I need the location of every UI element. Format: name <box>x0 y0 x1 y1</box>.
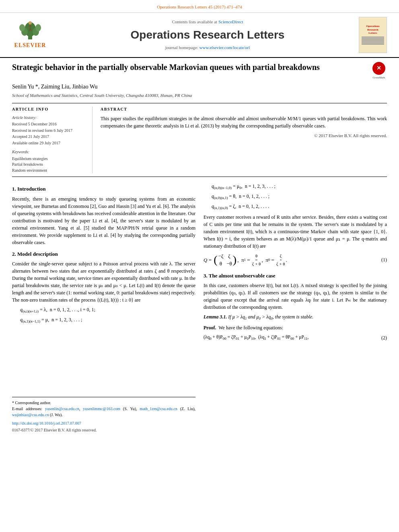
science-direct-link[interactable]: ScienceDirect <box>218 19 243 24</box>
proof-title: Proof. <box>204 325 217 331</box>
email-label: E-mail addresses: <box>12 407 42 411</box>
eq-q5: q(n,1)(n,0) = ζ, n = 0, 1, 2, . . . . <box>212 203 387 211</box>
authors: Senlin Yu *, Zaiming Liu, Jinbiao Wu <box>12 83 387 91</box>
eq-q2: q(n,1)(n−1,1) = μ, n = 1, 2, 3, . . . ; <box>20 316 195 325</box>
date-accepted: Accepted 21 July 2017 <box>12 134 86 140</box>
journal-ref-link[interactable]: Operations Research Letters 45 (2017) 47… <box>157 4 242 9</box>
divider-2 <box>12 177 387 177</box>
lemma-content: If μ > λq1 and μ0 > λq0, the system is s… <box>228 314 313 320</box>
section2-para1: Consider the single-server queue subject… <box>12 260 195 304</box>
date-received: Received 5 December 2016 <box>12 121 86 127</box>
section2-title: 2. Model description <box>12 250 195 258</box>
header-area: ELSEVIER Contents lists available at Sci… <box>0 13 399 58</box>
article-content: Strategic behavior in the partially obse… <box>0 58 399 437</box>
contents-line: Contents lists available at ScienceDirec… <box>56 19 359 25</box>
journal-cover-title: OperationsResearchLetters <box>366 25 379 35</box>
eq-q3: q(n,0)(n−1,0) = μ0, n = 1, 2, 3, . . . ; <box>212 183 387 191</box>
proof-intro: Proof. We have the following equations: <box>204 324 387 331</box>
col-left: 1. Introduction Recently, there is an em… <box>12 181 195 433</box>
article-dates: Received 5 December 2016 Received in rev… <box>12 121 86 146</box>
article-info: ARTICLE INFO Article history: Received 5… <box>12 107 93 173</box>
article-title: Strategic behavior in the partially obse… <box>12 62 367 72</box>
journal-title: Operations Research Letters <box>56 27 359 43</box>
doi-link[interactable]: http://dx.doi.org/10.1016/j.orl.2017.07.… <box>12 421 81 425</box>
article-body: 1. Introduction Recently, there is an em… <box>12 181 387 433</box>
keyword-3: Random environment <box>12 168 86 174</box>
keywords-label: Keywords: <box>12 149 86 155</box>
svg-point-6 <box>29 21 32 25</box>
journal-cover: OperationsResearchLetters <box>359 17 387 53</box>
page: Operations Research Letters 45 (2017) 47… <box>0 0 399 532</box>
info-abstract: ARTICLE INFO Article history: Received 5… <box>12 107 387 173</box>
email-link-2[interactable]: yusenlimmc@163.com <box>83 407 120 411</box>
keyword-1: Equilibrium strategies <box>12 156 86 162</box>
right-para1: Every customer receives a reward of R un… <box>204 214 387 250</box>
top-bar: Operations Research Letters 45 (2017) 47… <box>0 0 399 13</box>
email-note: E-mail addresses: yusenlin@csu.edu.cn, y… <box>12 406 195 418</box>
eq2-content: (λq0 + θ)P00 = ζP01 + μ0P10, (λq1 + ζ)P0… <box>204 334 309 342</box>
col-right: q(n,0)(n−1,0) = μ0, n = 1, 2, 3, . . . ;… <box>204 181 387 433</box>
issn-line: 0167-6377/© 2017 Elsevier B.V. All right… <box>12 427 195 433</box>
homepage-link[interactable]: www.elsevier.com/locate/orl <box>200 45 250 50</box>
email-link-4[interactable]: wujinbiao@csu.edu.cn <box>12 413 49 417</box>
eq1-content: Q = ( −ζ ζ θ −θ ) , π1 = θ <box>204 252 287 268</box>
article-info-title: ARTICLE INFO <box>12 107 86 113</box>
article-header: Strategic behavior in the partially obse… <box>12 62 387 80</box>
crossmark-label: CrossMark <box>372 76 385 80</box>
affiliation: School of Mathematics and Statistics, Ce… <box>12 92 387 99</box>
date-online: Available online 29 July 2017 <box>12 140 86 146</box>
abstract-text: This paper studies the equilibrium strat… <box>101 115 387 129</box>
abstract-section: ABSTRACT This paper studies the equilibr… <box>101 107 387 173</box>
svg-point-5 <box>35 24 41 31</box>
crossmark-icon: ✕ <box>372 62 385 75</box>
right-bracket: ) <box>233 254 237 265</box>
email-link-3[interactable]: math_1zm@csu.edu.cn <box>140 407 177 411</box>
left-bracket: ( <box>214 254 217 265</box>
matrix-inner: −ζ ζ θ −θ <box>218 252 232 268</box>
abstract-title: ABSTRACT <box>101 107 387 113</box>
eq2-number: (2) <box>381 334 387 341</box>
keyword-2: Partial breakdowns <box>12 162 86 168</box>
divider-1 <box>12 103 387 103</box>
frac-pi0: ζ ζ + θ <box>276 253 285 267</box>
corresponding-author-note: * Corresponding author. <box>12 400 195 406</box>
copyright: © 2017 Elsevier B.V. All rights reserved… <box>101 133 387 139</box>
lemma-text: Lemma 3.1. If μ > λq1 and μ0 > λq0, the … <box>204 313 387 322</box>
eq-q4: q(n,0)(n,1) = θ, n = 0, 1, 2, . . . ; <box>212 193 387 201</box>
section3-title: 3. The almost unobservable case <box>204 272 387 280</box>
frac-pi1: θ ζ + θ <box>252 253 261 267</box>
lemma-title: Lemma 3.1. <box>204 314 227 320</box>
eq2-row: (λq0 + θ)P00 = ζP01 + μ0P10, (λq1 + ζ)P0… <box>204 334 387 342</box>
date-revised: Received in revised form 6 July 2017 <box>12 128 86 134</box>
header-center: Contents lists available at ScienceDirec… <box>56 19 359 51</box>
email-link-1[interactable]: yusenlin@csu.edu.cn <box>45 407 79 411</box>
section1-title: 1. Introduction <box>12 185 195 193</box>
eq-q1: q(n,i)(n+1,i) = λ, n = 0, 1, 2, . . ., i… <box>20 306 195 314</box>
right-para2: In this case, customers observe I(t), bu… <box>204 282 387 311</box>
section1-para1: Recently, there is an emerging tendency … <box>12 195 195 246</box>
history-label: Article history: <box>12 115 86 121</box>
footnote-area: * Corresponding author. E-mail addresses… <box>12 397 195 433</box>
elsevier-logo: ELSEVIER <box>12 21 48 49</box>
eq1-row: Q = ( −ζ ζ θ −θ ) , π1 = θ <box>204 252 387 268</box>
doi-line: http://dx.doi.org/10.1016/j.orl.2017.07.… <box>12 420 195 426</box>
crossmark: ✕ CrossMark <box>371 62 387 80</box>
elsevier-wordmark: ELSEVIER <box>14 41 46 49</box>
keywords-section: Keywords: Equilibrium strategies Partial… <box>12 149 86 173</box>
eq1-number: (1) <box>381 256 387 263</box>
homepage-line: journal homepage: www.elsevier.com/locat… <box>56 45 359 51</box>
svg-point-4 <box>19 24 25 31</box>
